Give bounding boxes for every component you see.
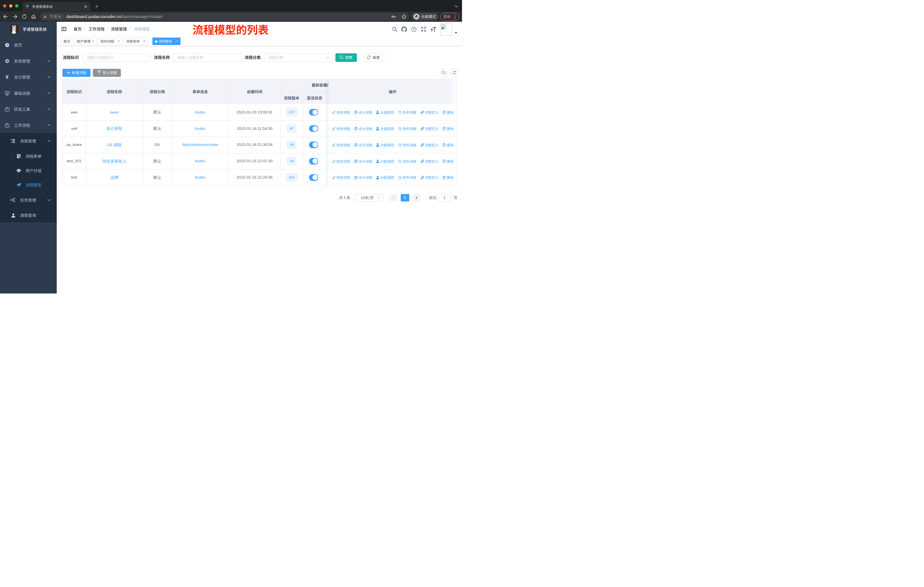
svg-text:?: ?: [413, 28, 415, 31]
